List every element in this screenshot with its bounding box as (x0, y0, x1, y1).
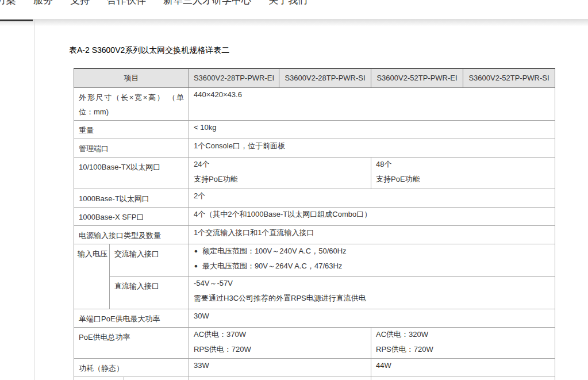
row-value: 4个（其中2个和1000Base-T以太网口组成Combo口） (189, 207, 555, 225)
bullet-icon: ● (194, 262, 198, 270)
row-value: 440×420×43.6 (189, 87, 555, 120)
row-sub-label-dc: 直流输入接口 (110, 276, 189, 309)
value-line: -54V～-57V (194, 279, 550, 288)
value-line: 支持PoE功能 (194, 175, 366, 184)
row-value-28tp: 33W (189, 358, 371, 377)
row-label: 功耗（静态） (74, 358, 189, 377)
row-value-52tp: 44W (371, 358, 555, 377)
row-label: PoE供电总功率 (74, 327, 189, 358)
nav-items: 方案 服务 支持 合作伙伴 新华三人才研学中心 关于我们 (0, 0, 308, 6)
row-value-28tp: 465W（其中PoE供电370W） (189, 377, 371, 380)
table-caption: 表A-2 S3600V2系列以太网交换机规格详表二 (69, 45, 229, 56)
table-row-poe-total: PoE供电总功率 AC供电：370W RPS供电：720W AC供电：320W … (74, 327, 555, 358)
row-value-52tp: 48个 支持PoE功能 (371, 157, 555, 189)
header-model-28tp-pwr-ei: S3600V2-28TP-PWR-EI (189, 68, 279, 87)
table-row-input-voltage-dc: 直流输入接口 -54V～-57V 需要通过H3C公司推荐的外置RPS电源进行直流… (74, 276, 555, 309)
bullet-icon: ● (194, 247, 198, 255)
value-text: 最大电压范围：90V～264V A.C，47/63Hz (202, 262, 342, 270)
row-group-label: 功耗（满负荷，包含PoE (74, 377, 124, 380)
value-line: AC供电：320W (376, 330, 550, 339)
value-text: 额定电压范围：100V～240V A.C，50/60Hz (202, 247, 347, 255)
row-sub-label-ac: AC供电 (124, 377, 189, 380)
page: 方案 服务 支持 合作伙伴 新华三人才研学中心 关于我们 表A-2 S3600V… (0, 0, 588, 380)
table-header-row: 项目 S3600V2-28TP-PWR-EI S3600V2-28TP-PWR-… (74, 68, 555, 87)
row-value: 1个交流输入接口和1个直流输入接口 (189, 225, 555, 244)
row-label: 电源输入接口类型及数量 (74, 225, 189, 244)
row-label: 外形尺寸（长×宽×高） （单位：mm) (74, 87, 189, 120)
table-row-weight: 重量 < 10kg (74, 120, 555, 139)
value-line: ●最大电压范围：90V～264V A.C，47/63Hz (194, 262, 550, 271)
table-row-power-full-ac: 功耗（满负荷，包含PoE AC供电 465W（其中PoE供电370W） 440W… (74, 377, 555, 380)
header-model-52tp-pwr-si: S3600V2-52TP-PWR-SI (463, 68, 555, 87)
table-row-poe-port-max: 单端口PoE供电最大功率 30W (74, 309, 555, 327)
row-label: 10/100Base-TX以太网口 (74, 157, 189, 189)
row-label: 1000Base-T以太网口 (74, 189, 189, 207)
table-row-mgmt-port: 管理端口 1个Console口，位于前面板 (74, 139, 555, 157)
nav-item-services[interactable]: 服务 (33, 0, 53, 6)
header-model-52tp-pwr-ei: S3600V2-52TP-PWR-EI (371, 68, 463, 87)
row-value: 1个Console口，位于前面板 (189, 139, 555, 157)
row-label: 单端口PoE供电最大功率 (74, 309, 189, 327)
row-sub-label-ac: 交流输入接口 (110, 244, 189, 276)
nav-item-about[interactable]: 关于我们 (268, 0, 308, 6)
row-value-52tp: AC供电：320W RPS供电：720W (371, 327, 555, 358)
value-line: 48个 (376, 160, 550, 169)
row-label: 1000Base-X SFP口 (74, 207, 189, 225)
table-row-fe-ports: 10/100Base-TX以太网口 24个 支持PoE功能 48个 支持PoE功… (74, 157, 555, 189)
nav-item-partners[interactable]: 合作伙伴 (107, 0, 146, 6)
row-value-28tp: 24个 支持PoE功能 (189, 157, 371, 189)
nav-item-talent-center[interactable]: 新华三人才研学中心 (163, 0, 251, 6)
row-value-ac: ●额定电压范围：100V～240V A.C，50/60Hz ●最大电压范围：90… (189, 244, 555, 276)
row-value: 2个 (189, 189, 555, 207)
header-item: 项目 (74, 68, 189, 87)
nav-item-solutions[interactable]: 方案 (0, 0, 16, 6)
row-label: 重量 (74, 120, 189, 139)
value-line: RPS供电：720W (194, 345, 366, 354)
row-value: < 10kg (189, 120, 555, 139)
value-line: AC供电：370W (194, 330, 366, 339)
row-value-52tp: 440W（其中PoE供电320W） (371, 377, 555, 380)
nav-item-support[interactable]: 支持 (70, 0, 90, 6)
row-value: 30W (189, 309, 555, 327)
row-value-28tp: AC供电：370W RPS供电：720W (189, 327, 371, 358)
table-row-dimensions: 外形尺寸（长×宽×高） （单位：mm) 440×420×43.6 (74, 87, 555, 120)
content-left-divider (34, 19, 34, 380)
table-row-ge-ports: 1000Base-T以太网口 2个 (74, 189, 555, 207)
value-line: 支持PoE功能 (376, 175, 550, 184)
table-row-input-voltage-ac: 输入电压 交流输入接口 ●额定电压范围：100V～240V A.C，50/60H… (74, 244, 555, 276)
value-line: ●额定电压范围：100V～240V A.C，50/60Hz (194, 247, 550, 256)
value-line: RPS供电：720W (376, 345, 550, 354)
table-row-sfp-ports: 1000Base-X SFP口 4个（其中2个和1000Base-T以太网口组成… (74, 207, 555, 225)
table-row-power-static: 功耗（静态） 33W 44W (74, 358, 555, 377)
navbar-shadow (0, 19, 588, 26)
row-value-dc: -54V～-57V 需要通过H3C公司推荐的外置RPS电源进行直流供电 (189, 276, 555, 309)
top-navbar: 方案 服务 支持 合作伙伴 新华三人才研学中心 关于我们 (0, 0, 588, 19)
value-line: 需要通过H3C公司推荐的外置RPS电源进行直流供电 (194, 294, 550, 303)
value-line: 24个 (194, 160, 366, 169)
row-label: 管理端口 (74, 139, 189, 157)
table-row-power-inputs: 电源输入接口类型及数量 1个交流输入接口和1个直流输入接口 (74, 225, 555, 244)
header-model-28tp-pwr-si: S3600V2-28TP-PWR-SI (279, 68, 371, 87)
row-group-label: 输入电压 (74, 244, 110, 309)
spec-table: 项目 S3600V2-28TP-PWR-EI S3600V2-28TP-PWR-… (74, 68, 555, 380)
